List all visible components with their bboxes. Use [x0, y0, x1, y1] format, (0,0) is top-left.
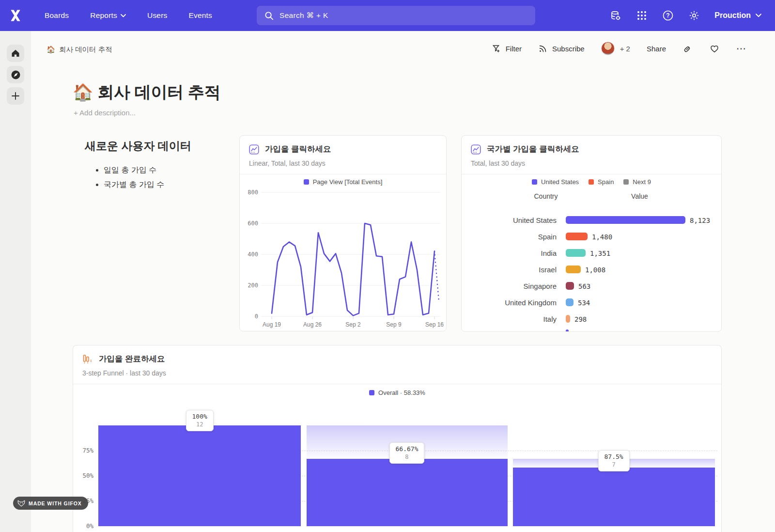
country-bar-card[interactable]: 국가별 가입을 클릭하세요 Total, last 30 days United… [461, 135, 722, 332]
country-label: Italy [462, 315, 557, 323]
navbar-right: ? Prouction [610, 0, 761, 31]
conversion-count: 8 [396, 454, 418, 460]
table-row-clipped[interactable] [462, 329, 721, 332]
search-icon [264, 11, 274, 20]
mixpanel-logo[interactable] [0, 0, 31, 31]
chevron-down-icon [121, 14, 126, 17]
svg-text:600: 600 [248, 220, 258, 227]
home-button[interactable] [7, 45, 24, 62]
apps-grid-icon[interactable] [636, 10, 648, 21]
plus-icon [11, 92, 20, 100]
home-icon [11, 48, 20, 58]
country-bar[interactable] [566, 266, 581, 273]
help-icon[interactable]: ? [662, 10, 674, 21]
svg-text:Sep 16: Sep 16 [425, 321, 444, 328]
legend-swatch [532, 179, 537, 185]
country-value: 1,351 [590, 250, 610, 257]
gear-icon[interactable] [688, 10, 700, 21]
table-row[interactable]: Italy298 [462, 314, 721, 326]
database-settings-icon[interactable] [610, 10, 621, 21]
funnel-tooltip: 87.5%7 [598, 450, 630, 471]
country-bar[interactable] [566, 315, 570, 323]
nav-boards-label: Boards [45, 11, 69, 20]
avatar[interactable] [601, 42, 615, 55]
svg-text:?: ? [666, 12, 670, 19]
subscribe-button[interactable]: Subscribe [538, 44, 585, 53]
discover-button[interactable] [7, 66, 24, 83]
divider [462, 174, 721, 174]
search-input[interactable]: Search ⌘ + K [257, 6, 535, 25]
compass-icon [11, 70, 21, 80]
top-navbar: Boards Reports Users Events Search ⌘ + K [0, 0, 775, 31]
country-bar[interactable] [566, 216, 685, 224]
copy-link-button[interactable] [682, 44, 693, 54]
country-label: India [462, 249, 557, 257]
funnel-card[interactable]: 가입을 완료하세요 3-step Funnel · last 30 days O… [73, 345, 722, 532]
card-subtitle: Total, last 30 days [471, 159, 525, 167]
search-placeholder: Search ⌘ + K [279, 11, 328, 20]
legend-label: United States [541, 178, 579, 186]
table-row[interactable]: Singapore563 [462, 281, 721, 293]
share-button[interactable]: Share [647, 45, 666, 53]
svg-text:800: 800 [248, 189, 258, 196]
table-row[interactable]: India1,351 [462, 248, 721, 260]
nav-users[interactable]: Users [147, 11, 167, 20]
favorite-button[interactable] [709, 44, 720, 53]
country-bar[interactable] [566, 233, 588, 240]
collaborators[interactable]: + 2 [601, 42, 630, 55]
card-title[interactable]: 가입을 클릭하세요 [265, 144, 331, 155]
nav-reports-label: Reports [90, 11, 117, 20]
funnel-plot[interactable]: 0%25%50%75%100%1266.67%887.5%7 [73, 345, 721, 532]
table-row[interactable]: Israel1,008 [462, 265, 721, 276]
legend-item[interactable]: United States [532, 178, 579, 186]
breadcrumb-emoji: 🏠 [46, 46, 55, 54]
nav-reports[interactable]: Reports [90, 11, 126, 20]
country-value: 534 [578, 299, 590, 307]
breadcrumb[interactable]: 🏠 회사 데이터 추적 [46, 45, 112, 54]
rss-icon [538, 44, 548, 53]
text-widget-bullets: 일일 총 가입 수 국가별 총 가입 수 [96, 165, 164, 194]
page-title-text: 회사 데이터 추적 [97, 83, 220, 101]
y-axis-label: 75% [73, 447, 93, 454]
conversion-count: 7 [604, 461, 623, 468]
column-value: Value [602, 192, 677, 200]
card-title[interactable]: 국가별 가입을 클릭하세요 [487, 144, 579, 155]
country-bar[interactable] [566, 249, 586, 257]
more-menu-button[interactable]: ⋯ [736, 46, 747, 51]
nav-boards[interactable]: Boards [45, 11, 69, 20]
filter-button[interactable]: Filter [492, 44, 522, 53]
bullet-item: 국가별 총 가입 수 [104, 180, 164, 190]
conversion-pct: 100% [192, 413, 207, 420]
country-value: 1,008 [585, 266, 605, 274]
country-label: Singapore [462, 282, 557, 290]
chevron-down-icon [756, 14, 761, 17]
svg-text:Aug 19: Aug 19 [263, 321, 281, 328]
funnel-bar-step-1[interactable] [98, 425, 301, 526]
funnel-bar-step-3[interactable] [513, 468, 715, 526]
funnel-bar-step-2[interactable] [307, 459, 508, 526]
country-bar[interactable] [566, 298, 574, 306]
legend-item[interactable]: Spain [589, 178, 614, 186]
country-value: 8,123 [690, 217, 710, 224]
line-chart-card[interactable]: 가입을 클릭하세요 Linear, Total, last 30 days Pa… [239, 135, 447, 331]
legend-item[interactable]: Next 9 [623, 178, 651, 186]
table-row[interactable]: United Kingdom534 [462, 297, 721, 309]
add-button[interactable] [7, 87, 24, 105]
divider [240, 174, 446, 174]
line-chart-icon [471, 144, 481, 155]
nav-events[interactable]: Events [188, 11, 212, 20]
breadcrumb-label: 회사 데이터 추적 [59, 45, 112, 54]
add-description-button[interactable]: + Add description... [74, 109, 136, 117]
page-title[interactable]: 🏠 회사 데이터 추적 [73, 81, 220, 104]
nav-events-label: Events [188, 11, 212, 20]
y-axis-label: 0% [73, 522, 93, 530]
country-bar [566, 329, 569, 332]
project-picker[interactable]: Prouction [714, 11, 761, 20]
funnel-tooltip: 66.67%8 [389, 442, 425, 464]
table-row[interactable]: Spain1,480 [462, 232, 721, 243]
table-row[interactable]: United States8,123 [462, 215, 721, 227]
legend-label: Spain [598, 178, 614, 186]
country-bar[interactable] [566, 282, 574, 290]
legend-label: Next 9 [633, 178, 651, 186]
line-chart-plot[interactable]: 0200400600800Aug 19Aug 26Sep 2Sep 9Sep 1… [240, 182, 447, 331]
